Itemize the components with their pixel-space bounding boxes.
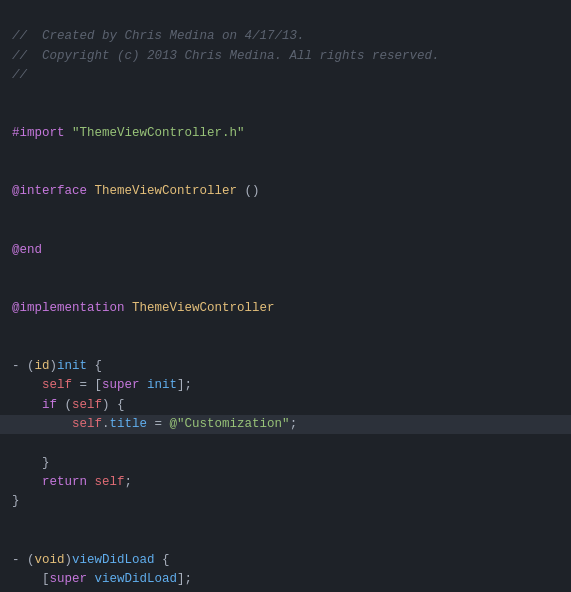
blank-line-5 bbox=[12, 339, 20, 353]
blank-line-2 bbox=[12, 165, 20, 179]
init-start-line: - (id)init { bbox=[12, 359, 102, 373]
super-viewdidload: [super viewDidLoad]; bbox=[12, 572, 192, 586]
self-super-line: self = [super init]; bbox=[12, 378, 192, 392]
close-if-line: } bbox=[12, 456, 50, 470]
blank-line-1 bbox=[12, 107, 20, 121]
import-line: #import "ThemeViewController.h" bbox=[12, 126, 245, 140]
interface-line: @interface ThemeViewController () bbox=[12, 184, 260, 198]
code-editor: // Created by Chris Medina on 4/17/13. /… bbox=[0, 0, 571, 592]
comment-line-2: // Copyright (c) 2013 Chris Medina. All … bbox=[12, 49, 440, 63]
blank-line-3 bbox=[12, 223, 20, 237]
close-init-line: } bbox=[12, 494, 20, 508]
self-title-line: self.title = @"Customization"; bbox=[0, 415, 571, 434]
viewdidload-start: - (void)viewDidLoad { bbox=[12, 553, 170, 567]
comment-line-1: // Created by Chris Medina on 4/17/13. bbox=[12, 29, 305, 43]
comment-line-3: // bbox=[12, 68, 27, 82]
if-self-line: if (self) { bbox=[12, 398, 125, 412]
blank-line-6 bbox=[12, 533, 20, 547]
end-line: @end bbox=[12, 243, 42, 257]
return-self-line: return self; bbox=[12, 475, 132, 489]
blank-line-4 bbox=[12, 281, 20, 295]
implementation-line: @implementation ThemeViewController bbox=[12, 301, 275, 315]
